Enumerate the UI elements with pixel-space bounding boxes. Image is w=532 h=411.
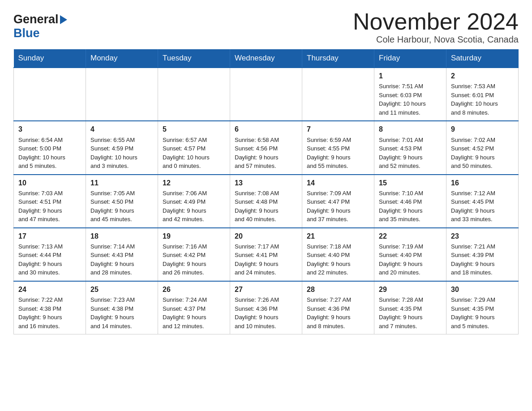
calendar-table: SundayMondayTuesdayWednesdayThursdayFrid…: [13, 49, 519, 334]
day-number: 4: [90, 124, 153, 134]
calendar-cell: 20Sunrise: 7:17 AM Sunset: 4:41 PM Dayli…: [230, 228, 302, 281]
calendar-cell: 30Sunrise: 7:29 AM Sunset: 4:35 PM Dayli…: [446, 281, 519, 334]
day-info: Sunrise: 7:19 AM Sunset: 4:40 PM Dayligh…: [379, 242, 442, 277]
calendar-header-tuesday: Tuesday: [158, 49, 230, 68]
day-info: Sunrise: 7:26 AM Sunset: 4:36 PM Dayligh…: [235, 295, 297, 330]
calendar-week-1: 1Sunrise: 7:51 AM Sunset: 6:03 PM Daylig…: [14, 68, 519, 121]
calendar-cell: 26Sunrise: 7:24 AM Sunset: 4:37 PM Dayli…: [158, 281, 230, 334]
calendar-cell: 2Sunrise: 7:53 AM Sunset: 6:01 PM Daylig…: [446, 68, 519, 121]
calendar-cell: 12Sunrise: 7:06 AM Sunset: 4:49 PM Dayli…: [158, 175, 230, 228]
calendar-cell: 1Sunrise: 7:51 AM Sunset: 6:03 PM Daylig…: [374, 68, 446, 121]
calendar-cell: 25Sunrise: 7:23 AM Sunset: 4:38 PM Dayli…: [86, 281, 158, 334]
day-number: 16: [451, 178, 514, 188]
calendar-cell: 11Sunrise: 7:05 AM Sunset: 4:50 PM Dayli…: [86, 175, 158, 228]
calendar-cell: 23Sunrise: 7:21 AM Sunset: 4:39 PM Dayli…: [446, 228, 519, 281]
day-number: 13: [235, 178, 297, 188]
day-number: 26: [163, 284, 225, 295]
calendar-cell: 7Sunrise: 6:59 AM Sunset: 4:55 PM Daylig…: [302, 121, 374, 174]
calendar-cell: 29Sunrise: 7:28 AM Sunset: 4:35 PM Dayli…: [374, 281, 446, 334]
day-info: Sunrise: 7:21 AM Sunset: 4:39 PM Dayligh…: [451, 242, 514, 277]
day-number: 11: [90, 178, 153, 188]
day-info: Sunrise: 7:02 AM Sunset: 4:52 PM Dayligh…: [451, 136, 514, 171]
calendar-cell: 27Sunrise: 7:26 AM Sunset: 4:36 PM Dayli…: [230, 281, 302, 334]
day-info: Sunrise: 6:54 AM Sunset: 5:00 PM Dayligh…: [18, 136, 81, 171]
day-info: Sunrise: 7:28 AM Sunset: 4:35 PM Dayligh…: [379, 295, 442, 330]
calendar-header-row: SundayMondayTuesdayWednesdayThursdayFrid…: [14, 49, 519, 68]
day-number: 5: [163, 124, 225, 134]
calendar-cell: 13Sunrise: 7:08 AM Sunset: 4:48 PM Dayli…: [230, 175, 302, 228]
calendar-week-4: 17Sunrise: 7:13 AM Sunset: 4:44 PM Dayli…: [14, 228, 519, 281]
logo: General Blue: [13, 9, 67, 40]
day-info: Sunrise: 7:06 AM Sunset: 4:49 PM Dayligh…: [163, 189, 225, 224]
day-number: 8: [379, 124, 442, 134]
day-info: Sunrise: 7:16 AM Sunset: 4:42 PM Dayligh…: [163, 242, 225, 277]
day-number: 6: [235, 124, 297, 134]
calendar-cell: [158, 68, 230, 121]
calendar-cell: 3Sunrise: 6:54 AM Sunset: 5:00 PM Daylig…: [14, 121, 86, 174]
calendar-cell: 17Sunrise: 7:13 AM Sunset: 4:44 PM Dayli…: [14, 228, 86, 281]
calendar-week-2: 3Sunrise: 6:54 AM Sunset: 5:00 PM Daylig…: [14, 121, 519, 174]
calendar-header-wednesday: Wednesday: [230, 49, 302, 68]
page-title: November 2024: [353, 9, 519, 34]
calendar-cell: [14, 68, 86, 121]
day-info: Sunrise: 7:29 AM Sunset: 4:35 PM Dayligh…: [451, 295, 514, 330]
calendar-cell: 28Sunrise: 7:27 AM Sunset: 4:36 PM Dayli…: [302, 281, 374, 334]
day-info: Sunrise: 7:17 AM Sunset: 4:41 PM Dayligh…: [235, 242, 297, 277]
day-info: Sunrise: 7:13 AM Sunset: 4:44 PM Dayligh…: [18, 242, 81, 277]
calendar-header-sunday: Sunday: [14, 49, 86, 68]
day-number: 25: [90, 284, 153, 295]
calendar-cell: 24Sunrise: 7:22 AM Sunset: 4:38 PM Dayli…: [14, 281, 86, 334]
day-number: 23: [451, 231, 514, 241]
day-number: 14: [307, 178, 369, 188]
day-info: Sunrise: 7:14 AM Sunset: 4:43 PM Dayligh…: [90, 242, 153, 277]
day-info: Sunrise: 7:10 AM Sunset: 4:46 PM Dayligh…: [379, 189, 442, 224]
day-info: Sunrise: 7:03 AM Sunset: 4:51 PM Dayligh…: [18, 189, 81, 224]
day-info: Sunrise: 7:27 AM Sunset: 4:36 PM Dayligh…: [307, 295, 369, 330]
day-number: 29: [379, 284, 442, 295]
day-number: 21: [307, 231, 369, 241]
title-area: November 2024 Cole Harbour, Nova Scotia,…: [353, 9, 519, 45]
day-number: 22: [379, 231, 442, 241]
calendar-cell: 5Sunrise: 6:57 AM Sunset: 4:57 PM Daylig…: [158, 121, 230, 174]
day-number: 30: [451, 284, 514, 295]
calendar-header-friday: Friday: [374, 49, 446, 68]
day-number: 18: [90, 231, 153, 241]
page-subtitle: Cole Harbour, Nova Scotia, Canada: [353, 34, 519, 45]
calendar-cell: 22Sunrise: 7:19 AM Sunset: 4:40 PM Dayli…: [374, 228, 446, 281]
day-info: Sunrise: 7:51 AM Sunset: 6:03 PM Dayligh…: [379, 82, 442, 117]
calendar-cell: 18Sunrise: 7:14 AM Sunset: 4:43 PM Dayli…: [86, 228, 158, 281]
page-header: General Blue November 2024 Cole Harbour,…: [13, 9, 519, 45]
calendar-cell: 15Sunrise: 7:10 AM Sunset: 4:46 PM Dayli…: [374, 175, 446, 228]
calendar-cell: 4Sunrise: 6:55 AM Sunset: 4:59 PM Daylig…: [86, 121, 158, 174]
calendar-cell: 19Sunrise: 7:16 AM Sunset: 4:42 PM Dayli…: [158, 228, 230, 281]
calendar-cell: [302, 68, 374, 121]
day-info: Sunrise: 6:57 AM Sunset: 4:57 PM Dayligh…: [163, 136, 225, 171]
calendar-header-monday: Monday: [86, 49, 158, 68]
day-info: Sunrise: 7:12 AM Sunset: 4:45 PM Dayligh…: [451, 189, 514, 224]
day-info: Sunrise: 7:22 AM Sunset: 4:38 PM Dayligh…: [18, 295, 81, 330]
day-info: Sunrise: 7:01 AM Sunset: 4:53 PM Dayligh…: [379, 136, 442, 171]
calendar-header-saturday: Saturday: [446, 49, 519, 68]
day-number: 15: [379, 178, 442, 188]
day-info: Sunrise: 7:05 AM Sunset: 4:50 PM Dayligh…: [90, 189, 153, 224]
calendar-week-5: 24Sunrise: 7:22 AM Sunset: 4:38 PM Dayli…: [14, 281, 519, 334]
day-number: 27: [235, 284, 297, 295]
day-number: 20: [235, 231, 297, 241]
day-info: Sunrise: 6:59 AM Sunset: 4:55 PM Dayligh…: [307, 136, 369, 171]
day-info: Sunrise: 6:58 AM Sunset: 4:56 PM Dayligh…: [235, 136, 297, 171]
logo-general-text: General: [13, 13, 59, 26]
calendar-cell: [230, 68, 302, 121]
day-number: 9: [451, 124, 514, 134]
day-number: 3: [18, 124, 81, 134]
day-number: 17: [18, 231, 81, 241]
calendar-cell: 9Sunrise: 7:02 AM Sunset: 4:52 PM Daylig…: [446, 121, 519, 174]
day-number: 2: [451, 71, 514, 81]
day-info: Sunrise: 6:55 AM Sunset: 4:59 PM Dayligh…: [90, 136, 153, 171]
day-info: Sunrise: 7:08 AM Sunset: 4:48 PM Dayligh…: [235, 189, 297, 224]
calendar-cell: 21Sunrise: 7:18 AM Sunset: 4:40 PM Dayli…: [302, 228, 374, 281]
day-info: Sunrise: 7:09 AM Sunset: 4:47 PM Dayligh…: [307, 189, 369, 224]
calendar-week-3: 10Sunrise: 7:03 AM Sunset: 4:51 PM Dayli…: [14, 175, 519, 228]
day-number: 10: [18, 178, 81, 188]
calendar-cell: 10Sunrise: 7:03 AM Sunset: 4:51 PM Dayli…: [14, 175, 86, 228]
day-number: 7: [307, 124, 369, 134]
